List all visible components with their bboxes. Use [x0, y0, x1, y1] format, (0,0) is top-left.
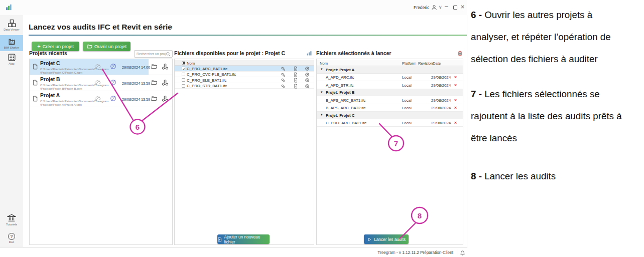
document-icon[interactable] [293, 84, 298, 89]
sidebar-item-doc[interactable]: ? Doc [0, 233, 23, 243]
remove-file-icon[interactable]: × [454, 120, 457, 125]
gears-icon[interactable] [281, 84, 286, 89]
sidebar-item-bim-shaker[interactable]: BIM Shaker [0, 35, 23, 51]
search-icon[interactable] [166, 52, 171, 57]
sidebar-item-algo[interactable]: Algo [0, 53, 23, 65]
remove-file-icon[interactable]: × [454, 98, 457, 103]
chevron-down-icon[interactable]: ∨ [439, 5, 442, 10]
user-name[interactable]: Frederic [414, 5, 429, 10]
minimize-button[interactable]: – [445, 3, 448, 10]
selected-file-row[interactable]: A_APD_STR.ifc Local 29/08/2024 × [317, 81, 463, 89]
document-icon[interactable] [293, 78, 298, 83]
stats-icon[interactable] [306, 50, 312, 56]
page-title: Lancez vos audits IFC et Revit en série [29, 23, 172, 32]
question-icon: ? [8, 233, 15, 240]
group-row-projet-c[interactable]: ▾ Projet: Projet C [317, 112, 463, 119]
status-divider [457, 249, 457, 256]
selected-file-row[interactable]: A_APD_ARC.ifc Local 29/08/2024 × [317, 74, 463, 82]
sidebar-item-data-viewer[interactable]: Data Viewer [0, 19, 23, 31]
sync-off-icon[interactable] [110, 79, 116, 86]
file-row[interactable]: C_PRO_CVC-PLB_BAT1.ifc [175, 72, 314, 78]
hierarchy-icon[interactable] [162, 63, 169, 70]
document-icon[interactable] [293, 66, 298, 71]
launch-audits-button[interactable]: Lancer les audits [364, 234, 409, 244]
sidebar-item-tutoriels[interactable]: Tutoriels [0, 214, 23, 226]
file-row[interactable]: C_PRO_STR_BAT1.ifc [175, 83, 314, 89]
file-checkbox[interactable] [182, 73, 185, 76]
folder-open-icon [87, 44, 92, 49]
maximize-button[interactable] [453, 6, 457, 10]
project-row-a[interactable]: Projet A C:\Users\FredericPatonnier\Docu… [30, 91, 172, 107]
hierarchy-icon[interactable] [162, 95, 169, 102]
gears-icon[interactable] [281, 72, 286, 77]
files-panel-title: Fichiers disponibles pour le projet : Pr… [174, 50, 285, 56]
project-search[interactable] [134, 50, 173, 58]
gears-icon[interactable] [281, 78, 286, 83]
gears-icon[interactable] [281, 66, 286, 71]
open-folder-icon[interactable] [151, 95, 158, 102]
remove-file-icon[interactable]: × [454, 75, 457, 80]
open-project-button[interactable]: Ouvrir un projet [83, 42, 131, 51]
file-icon [32, 63, 38, 70]
group-row-projet-a[interactable]: ▾ Projet: Projet A [317, 66, 463, 74]
remove-file-icon[interactable]: × [454, 83, 457, 88]
collapse-arrow-icon[interactable]: ▾ [321, 113, 323, 117]
cloud-off-icon[interactable] [94, 80, 101, 86]
hierarchy-icon[interactable] [162, 79, 169, 86]
project-row-c[interactable]: Projet C C:\Users\FredericPatonnier\Docu… [30, 59, 172, 75]
trash-icon[interactable] [457, 50, 463, 56]
gear-circle-icon[interactable] [305, 72, 310, 77]
add-file-button[interactable]: Ajouter un nouveau fichier [217, 234, 270, 244]
gear-circle-icon[interactable] [305, 84, 310, 89]
grid-icon [8, 53, 16, 62]
project-date: 29/08/2024 13:59 [122, 97, 150, 102]
user-avatar-icon[interactable] [431, 5, 437, 11]
gear-circle-icon[interactable] [305, 66, 310, 71]
sync-off-icon[interactable] [110, 95, 116, 102]
select-all-checkbox[interactable] [182, 61, 185, 65]
plus-icon: + [37, 44, 40, 49]
bank-icon [7, 214, 16, 222]
instruction-7: 7 - Les fichiers sélectionnés se rajoute… [471, 83, 644, 149]
app-window: Frederic ∨ – × Data Viewer BIM Shaker Al… [0, 0, 467, 257]
file-row[interactable]: ✓ C_PRO_ARC_BAT1.ifc [175, 66, 314, 72]
selected-file-row[interactable]: C_PRO_ARC_BAT1.ifc Local 29/08/2024 × [317, 119, 463, 127]
selected-table-header: Nom Platform Revision Date [317, 60, 463, 66]
instruction-6: 6 - Ouvrir les autres projets à analyser… [471, 4, 644, 70]
remove-file-icon[interactable]: × [454, 105, 457, 110]
document-icon[interactable] [293, 72, 298, 77]
title-underline [29, 35, 467, 36]
open-folder-icon[interactable] [151, 79, 158, 86]
selected-file-row[interactable]: B_APS_ARC_BAT2.ifc Local 29/08/2024 × [317, 104, 463, 112]
search-input[interactable] [135, 52, 166, 56]
bell-icon[interactable] [460, 250, 465, 256]
selected-files-panel: Nom Platform Revision Date ▾ Projet: Pro… [316, 59, 463, 245]
group-row-projet-b[interactable]: ▾ Projet: Projet B [317, 89, 463, 97]
close-button[interactable]: × [461, 4, 464, 11]
collapse-arrow-icon[interactable]: ▾ [321, 90, 323, 94]
file-row[interactable]: C_PRO_ELE_BAT1.ifc [175, 77, 314, 83]
project-row-b[interactable]: Projet B C:\Users\FredericPatonnier\Docu… [30, 75, 172, 91]
sidebar: Data Viewer BIM Shaker Algo Tutoriels ? … [0, 15, 23, 247]
file-checkbox[interactable] [182, 78, 185, 82]
app-logo-icon [5, 4, 13, 11]
project-date: 29/08/2024 13:59 [122, 81, 150, 86]
instruction-8: 8 - Lancer les audits [471, 165, 644, 187]
selected-panel-title: Fichiers sélectionnés à lancer [316, 50, 391, 56]
play-icon [367, 237, 372, 242]
file-checkbox[interactable]: ✓ [182, 67, 185, 70]
open-folder-icon[interactable] [151, 63, 158, 70]
add-file-icon [217, 237, 222, 242]
title-bar: Frederic ∨ – × [0, 0, 467, 15]
cloud-off-icon[interactable] [94, 64, 101, 70]
sync-off-icon[interactable] [110, 63, 116, 70]
cloud-off-icon[interactable] [94, 96, 101, 102]
selected-file-row[interactable]: B_APS_ARC_BAT1.ifc Local 29/08/2024 × [317, 96, 463, 104]
file-icon [32, 95, 38, 102]
collapse-arrow-icon[interactable]: ▾ [321, 67, 323, 71]
files-table-header: Nom [175, 60, 314, 66]
gear-circle-icon[interactable] [305, 78, 310, 83]
file-checkbox[interactable] [182, 84, 185, 88]
factory-icon [8, 37, 16, 46]
files-panel: Nom ✓ C_PRO_ARC_BAT1.ifc C_PRO_CVC-PLB_B… [174, 59, 314, 245]
